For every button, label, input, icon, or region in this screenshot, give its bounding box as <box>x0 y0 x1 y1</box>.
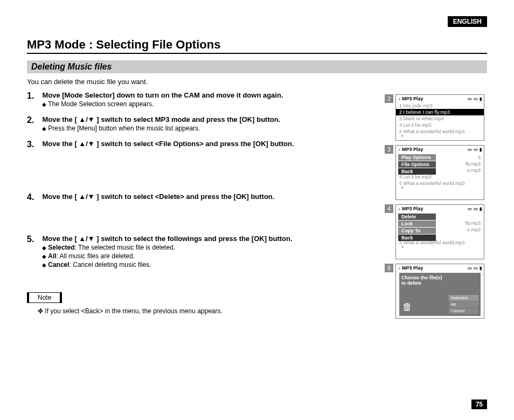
step-sub: Cancel: Cancel deleting music files. <box>42 261 360 268</box>
music-icon: ♪ <box>398 266 400 271</box>
menu-item: Play Options <box>398 154 436 161</box>
dialog-option-selected: Selected <box>449 295 478 301</box>
card-icon: ▭ <box>474 206 478 211</box>
delete-dialog: Choose the file(s) to delete 🗑 Selected … <box>399 273 481 316</box>
status-icon: ▭ <box>468 266 472 271</box>
status-icon: ▭ <box>468 206 472 211</box>
page-number: 75 <box>471 400 487 409</box>
status-icon: ▭ <box>468 147 472 152</box>
step-text: Move the [ ▲/▼ ] switch to select <File … <box>42 140 294 148</box>
trash-icon: 🗑 <box>402 301 412 313</box>
dialog-option: All <box>449 301 478 307</box>
menu-item: Lock <box>398 221 436 227</box>
track-row-selected: 2 I believe I can fly.mp3 <box>396 109 484 115</box>
page-title: MP3 Mode : Selecting File Options <box>27 38 487 54</box>
step-sub: Press the [Menu] button when the music l… <box>42 125 360 132</box>
device-screen-5: ♪ MP3 Play ▭ ▭ ▮ Choose the file(s) to d… <box>395 264 484 319</box>
step-text: Move the [ ▲/▼ ] switch to select MP3 mo… <box>42 115 280 123</box>
dialog-option: Cancel <box>449 308 478 314</box>
menu-overlay: Delete Lock Copy To Back <box>398 214 436 242</box>
track-row: 4 Let it be.mp3 <box>396 122 484 128</box>
music-icon: ♪ <box>398 147 400 152</box>
battery-icon: ▮ <box>480 147 482 152</box>
card-icon: ▭ <box>474 147 478 152</box>
dialog-text: to delete <box>401 280 478 286</box>
step-text: Move the [ ▲/▼ ] switch to select <Delet… <box>42 192 274 201</box>
note-label: Note <box>27 292 62 303</box>
menu-item: Back <box>398 235 436 241</box>
screenshots-column: 2 ♪ MP3 Play ▭ ▭ ▮ 1 hey jude.mp3 2 I be… <box>395 94 487 323</box>
device-screen-2: ♪ MP3 Play ▭ ▭ ▮ 1 hey jude.mp3 2 I beli… <box>395 94 484 141</box>
screen-title: MP3 Play <box>402 96 466 101</box>
track-row: 3 black or white.mp3 <box>396 115 484 122</box>
dialog-text: Choose the file(s) <box>401 275 478 280</box>
step-number: 2. <box>27 115 40 125</box>
track-row: 5 What a wonderful world.mp3 <box>396 128 484 135</box>
screen-title: MP3 Play <box>402 147 466 152</box>
step-sub: The Mode Selection screen appears. <box>42 100 360 108</box>
screenshot-number: 5 <box>385 264 393 272</box>
track-row: 1 hey jude.mp3 <box>396 102 484 109</box>
step-text: Move the [ ▲/▼ ] switch to select the fo… <box>42 235 292 243</box>
battery-icon: ▮ <box>480 97 482 101</box>
status-icon: ▭ <box>468 97 472 101</box>
language-tab: ENGLISH <box>448 16 487 27</box>
menu-item: Copy To <box>398 228 436 234</box>
step-sub: Selected: The selected music file is del… <box>42 244 360 251</box>
device-screen-4: ♪ MP3 Play ▭ ▭ ▮ fly.mp3 e.mp3 5 What a … <box>395 204 484 259</box>
scroll-down-icon: ▼ <box>396 246 484 249</box>
intro-text: You can delete the music file you want. <box>27 78 487 86</box>
music-icon: ♪ <box>398 97 400 101</box>
menu-item-selected: File Options <box>398 161 436 168</box>
step-number: 5. <box>27 235 40 244</box>
card-icon: ▭ <box>474 97 478 101</box>
card-icon: ▭ <box>474 266 478 271</box>
step-number: 3. <box>27 140 40 149</box>
menu-item-selected: Delete <box>398 214 436 220</box>
step-sub: All: All music files are deleted. <box>42 252 360 260</box>
scroll-down-icon: ▼ <box>396 135 484 138</box>
music-icon: ♪ <box>398 206 400 211</box>
scroll-down-icon: ▼ <box>396 187 484 190</box>
device-screen-3: ♪ MP3 Play ▭ ▭ ▮ 3 fly.mp3 e.mp3 4 Let i… <box>395 145 484 200</box>
track-row: 5 What a wonderful world.mp3 <box>396 180 484 187</box>
step-text: Move [Mode Selector] down to turn on the… <box>42 91 283 99</box>
screen-title: MP3 Play <box>402 206 466 211</box>
screenshot-number: 3 <box>385 145 393 154</box>
battery-icon: ▮ <box>480 266 482 271</box>
step-number: 1. <box>27 91 40 101</box>
screenshot-number: 2 <box>385 94 393 103</box>
section-heading: Deleting Music files <box>27 60 487 73</box>
screenshot-number: 4 <box>385 204 393 213</box>
step-number: 4. <box>27 192 40 202</box>
menu-item: Back <box>398 168 436 175</box>
menu-overlay: Play Options File Options Back <box>398 154 436 175</box>
screen-title: MP3 Play <box>402 265 466 271</box>
battery-icon: ▮ <box>480 206 482 211</box>
